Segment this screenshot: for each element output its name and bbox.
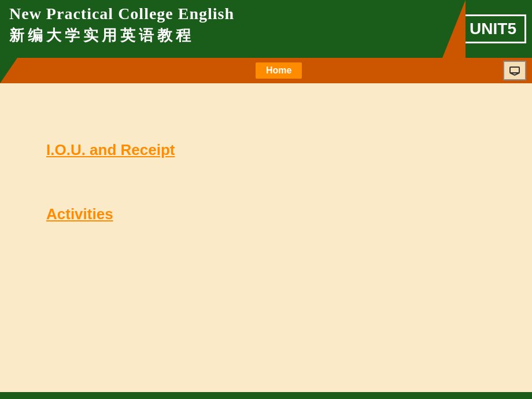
app-title-chinese: 新编大学实用英语教程 — [9, 25, 445, 46]
bottom-bar — [0, 392, 532, 399]
nav-triangle-decoration — [0, 58, 17, 83]
iou-and-receipt-link[interactable]: I.O.U. and Receipt — [46, 141, 486, 159]
nav-icon-svg — [508, 64, 522, 77]
home-button[interactable]: Home — [254, 61, 303, 80]
main-content: I.O.U. and Receipt Activities — [0, 83, 532, 399]
app-title-english: New Practical College English — [9, 5, 445, 23]
header-left: New Practical College English 新编大学实用英语教程 — [0, 0, 454, 58]
svg-rect-0 — [510, 67, 519, 73]
header: New Practical College English 新编大学实用英语教程… — [0, 0, 532, 58]
unit-badge: UNIT5 — [460, 14, 526, 43]
activities-link[interactable]: Activities — [46, 205, 486, 223]
navbar: Home — [0, 58, 532, 83]
nav-icon-button[interactable] — [503, 61, 526, 80]
unit-badge-container: UNIT5 — [454, 0, 532, 58]
